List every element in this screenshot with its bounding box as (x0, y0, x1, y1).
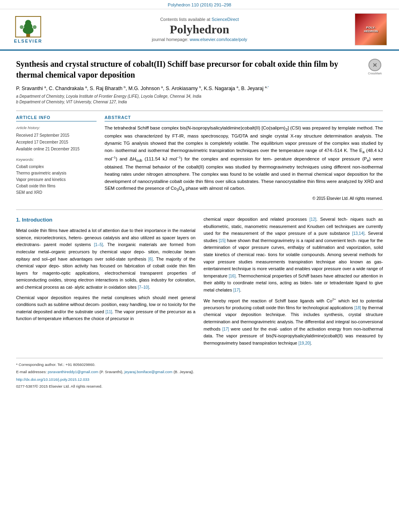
intro-p2: Chemical vapor deposition requires the m… (16, 294, 195, 322)
body-divider (16, 210, 383, 210)
abstract-column: ABSTRACT The tetrahedral Schiff base com… (105, 115, 383, 201)
cite-17b[interactable]: [17] (222, 327, 229, 331)
keyword-4: Cobalt oxide thin films (16, 183, 97, 189)
author-arokiasamy: S. Arokiasamy b (166, 86, 201, 91)
elsevier-tree-icon (14, 16, 42, 38)
svg-point-3 (25, 20, 31, 26)
author-jeyaraj: B. Jeyaraj a,* (241, 86, 269, 91)
journal-homepage: journal homepage: www.elsevier.com/locat… (52, 37, 347, 42)
abstract-heading: ABSTRACT (105, 115, 383, 121)
cover-image: POLY-HEDRON (355, 13, 387, 45)
header-divider (16, 111, 383, 111)
cite-12[interactable]: [12] (310, 217, 317, 222)
svg-point-5 (33, 25, 36, 29)
volume-text: Polyhedron 110 (2016) 291–298 (168, 2, 231, 7)
email-author-1: (P. Sravanthi), (99, 370, 124, 374)
journal-cover: POLY-HEDRON (351, 13, 391, 45)
contents-label: Contents lists available at (160, 17, 210, 22)
email-jeyaraj[interactable]: jeyaraj.boniface@gmail.com (124, 370, 172, 374)
body-right-column: chemical vapor deposition and related pr… (204, 216, 383, 350)
journal-volume-info: Polyhedron 110 (2016) 291–298 (0, 0, 399, 9)
homepage-label: journal homepage: (152, 37, 188, 42)
keyword-2: Thermo gravimetric analysis (16, 170, 97, 177)
cite-18[interactable]: [18] (354, 306, 361, 310)
affiliation-b: b Department of Chemistry, VIT Universit… (16, 99, 383, 105)
body-left-column: 1. Introduction Metal oxide thin films h… (16, 216, 195, 350)
article-info-block: Article history: Received 27 September 2… (16, 125, 97, 152)
footnote-email-line: E-mail addresses: psravanthireddy1@gmail… (16, 369, 383, 375)
affiliations: a Department of Chemistry, Loyola Instit… (16, 94, 383, 105)
affiliation-a: a Department of Chemistry, Loyola Instit… (16, 94, 383, 99)
cite-11[interactable]: [11] (105, 310, 112, 314)
cite-6[interactable]: [6] (148, 257, 153, 261)
article-content: Synthesis and crystal structure of cobal… (0, 51, 399, 398)
available-date: Available online 21 December 2015 (16, 147, 80, 151)
journal-header: ELSEVIER Contents lists available at Sci… (0, 9, 399, 51)
keyword-3: Vapor pressure and kinetics (16, 177, 97, 183)
authors-line: P. Sravanthi a, C. Chandrakala a, S. Raj… (16, 85, 383, 91)
cover-journal-name: POLY-HEDRON (364, 26, 378, 33)
svg-point-4 (20, 25, 23, 29)
accepted-date: Accepted 17 December 2015 (16, 140, 68, 144)
keywords-block: Keywords: Cobalt complex Thermo gravimet… (16, 156, 97, 196)
crossmark-icon: ✕ (368, 59, 381, 71)
issn-line: 0277-5387/© 2015 Elsevier Ltd. All right… (16, 383, 383, 389)
intro-p1: Metal oxide thin films have attracted a … (16, 227, 195, 291)
author-rajbharath: S. Raj Bharath b (90, 86, 125, 91)
elsevier-logo: ELSEVIER (14, 16, 42, 43)
article-info-column: ARTICLE INFO Article history: Received 2… (16, 115, 97, 201)
journal-title: Polyhedron (52, 23, 347, 36)
crossmark-label: CrossMark (368, 72, 382, 75)
keyword-1: Cobalt complex (16, 164, 97, 170)
doi-line: http://dx.doi.org/10.1016/j.poly.2015.12… (16, 376, 383, 382)
intro-heading: 1. Introduction (16, 216, 195, 224)
cite-16[interactable]: [16] (229, 274, 236, 278)
footnote-star-line: * Corresponding author. Tel.: +91 805602… (16, 362, 383, 368)
info-abstract-section: ARTICLE INFO Article history: Received 2… (16, 115, 383, 201)
journal-name-block: Contents lists available at ScienceDirec… (52, 17, 347, 42)
keywords-label: Keywords: (16, 156, 97, 163)
history-label: Article history: (16, 125, 97, 131)
author-chandrakala: C. Chandrakala a (49, 86, 87, 91)
title-row: Synthesis and crystal structure of cobal… (16, 59, 383, 85)
article-info-heading: ARTICLE INFO (16, 115, 97, 121)
author-sravanthi: P. Sravanthi a (16, 86, 46, 91)
sciencedirect-link[interactable]: ScienceDirect (212, 17, 239, 22)
cite-13-14[interactable]: [13,14] (352, 231, 364, 236)
footnote-star-text: * Corresponding author. Tel.: +91 805602… (16, 362, 95, 367)
crossmark-widget[interactable]: ✕ CrossMark (367, 59, 383, 75)
cite-1-5[interactable]: [1–5] (94, 242, 103, 247)
elsevier-brand-text: ELSEVIER (14, 39, 42, 43)
cite-7-10[interactable]: [7–10] (138, 285, 149, 290)
received-date: Received 27 September 2015 (16, 133, 69, 138)
footnotes: * Corresponding author. Tel.: +91 805602… (16, 358, 383, 389)
author-johnson: M.G. Johnson a (128, 86, 163, 91)
homepage-url[interactable]: www.elsevier.com/locate/poly (190, 37, 247, 42)
body-content: 1. Introduction Metal oxide thin films h… (16, 216, 383, 350)
email-author-2: (B. Jeyaraj). (173, 370, 194, 374)
doi-link[interactable]: http://dx.doi.org/10.1016/j.poly.2015.12… (16, 377, 89, 382)
cite-15[interactable]: [15] (219, 238, 226, 243)
abstract-copyright: © 2015 Elsevier Ltd. All rights reserved… (105, 195, 383, 202)
publisher-logo: ELSEVIER (8, 16, 48, 43)
footnote-email-label: E-mail addresses: (16, 370, 48, 374)
cite-19-20[interactable]: [19,20] (298, 341, 311, 345)
abstract-text: The tetrahedral Schiff base complex bis(… (105, 125, 383, 193)
keyword-5: SEM and XRD (16, 189, 97, 196)
intro-p3: chemical vapor deposition and related pr… (204, 216, 383, 294)
sciencedirect-line: Contents lists available at ScienceDirec… (52, 17, 347, 22)
cite-17[interactable]: [17] (233, 288, 240, 292)
email-sravanthi[interactable]: psravanthireddy1@gmail.com (48, 370, 99, 374)
page: Polyhedron 110 (2016) 291–298 E (0, 0, 399, 398)
author-nagaraja: K.S. Nagaraja a (204, 86, 239, 91)
intro-p4: We hereby report the reaction of Schiff … (204, 297, 383, 347)
article-title: Synthesis and crystal structure of cobal… (16, 59, 363, 80)
